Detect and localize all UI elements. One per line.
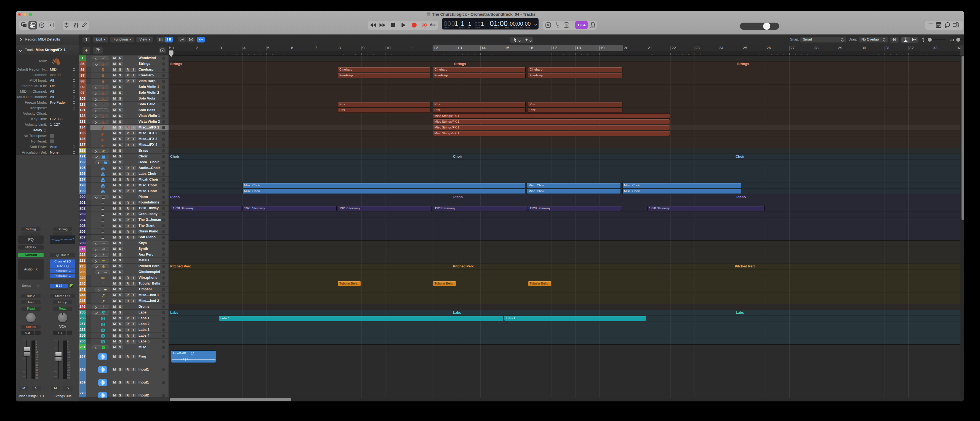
svg-text:?: ? (41, 24, 43, 27)
svg-text:S: S (565, 24, 568, 27)
